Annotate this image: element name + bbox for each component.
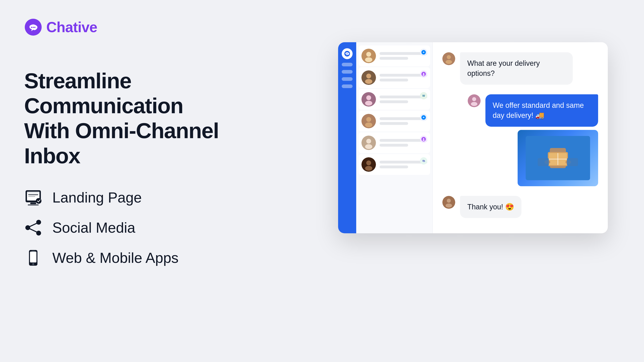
contact-avatar-1: [362, 49, 376, 63]
message-bubble-2: We offer standard and same day delivery!…: [486, 94, 598, 127]
svg-point-23: [347, 53, 348, 54]
svg-rect-63: [567, 158, 578, 166]
message-row-2: We offer standard and same day delivery!…: [442, 94, 598, 186]
logo-icon: [24, 18, 42, 36]
svg-point-14: [36, 231, 41, 236]
contact-line: [380, 100, 408, 103]
contact-line: [380, 166, 408, 168]
contact-line: [380, 122, 408, 125]
svg-point-50: [365, 166, 372, 171]
svg-point-12: [36, 220, 41, 225]
contact-list: W: [356, 42, 433, 233]
svg-point-65: [472, 97, 476, 101]
feature-list: Landing Page Social Media: [24, 188, 236, 267]
svg-rect-7: [30, 203, 36, 204]
contact-badge-shopify: 🛍: [420, 157, 427, 164]
contact-badge-purple: [420, 70, 427, 78]
landing-page-icon: [24, 188, 42, 207]
svg-rect-18: [30, 252, 36, 263]
svg-point-30: [366, 74, 371, 78]
message-bubble-1: What are your delivery options?: [460, 52, 573, 85]
brand-name: Chative: [46, 19, 97, 35]
svg-point-53: [446, 60, 452, 64]
mobile-icon: [24, 249, 42, 267]
sidebar-item-1: [342, 63, 352, 66]
svg-point-46: [423, 138, 424, 139]
svg-point-37: [365, 101, 372, 106]
left-content: Streamline Communication With Omni-Chann…: [24, 68, 236, 267]
sidebar-narrow: [338, 42, 356, 233]
message-row-1: What are your delivery options?: [442, 52, 598, 85]
svg-point-34: [422, 74, 425, 76]
contact-item-2[interactable]: [359, 67, 430, 88]
contact-badge-purple-2: [420, 136, 427, 143]
contact-badge-wordpress: W: [420, 92, 427, 99]
svg-point-44: [365, 144, 372, 149]
contact-badge-messenger-2: [420, 114, 427, 121]
chat-avatar-agent: [468, 94, 480, 107]
feature-landing-label: Landing Page: [52, 189, 142, 206]
feature-social: Social Media: [24, 219, 236, 237]
feature-social-label: Social Media: [52, 219, 135, 236]
svg-point-52: [447, 55, 451, 59]
svg-line-15: [30, 223, 36, 226]
svg-point-26: [366, 52, 371, 57]
svg-point-69: [446, 204, 452, 208]
svg-line-16: [30, 229, 36, 232]
contact-item-4[interactable]: [359, 111, 430, 131]
contact-line: [380, 144, 408, 147]
svg-point-31: [365, 79, 372, 84]
message-col-2: We offer standard and same day delivery!…: [486, 94, 598, 186]
svg-point-33: [423, 73, 424, 74]
sidebar-active-icon: [342, 48, 352, 59]
svg-point-66: [471, 102, 477, 106]
svg-point-49: [366, 160, 371, 165]
contact-avatar-5: [362, 136, 376, 150]
contact-avatar-6: [362, 157, 376, 172]
svg-rect-9: [28, 194, 38, 195]
svg-point-2: [32, 27, 34, 28]
svg-point-24: [348, 53, 348, 54]
message-row-4: Thank you! 😍: [442, 196, 598, 218]
delivery-image: [518, 130, 598, 186]
feature-apps-label: Web & Mobile Apps: [52, 250, 178, 266]
svg-point-68: [447, 199, 451, 203]
contact-avatar-2: [362, 70, 376, 85]
svg-rect-8: [28, 205, 39, 205]
contact-badge-messenger: [420, 49, 427, 56]
logo-area: Chative: [24, 18, 97, 36]
svg-point-39: [366, 117, 371, 122]
contact-item-5[interactable]: [359, 132, 430, 153]
svg-point-22: [346, 53, 347, 54]
chat-avatar-customer2: [442, 196, 455, 209]
chat-panel: What are your delivery options? We offer…: [433, 42, 608, 233]
message-bubble-4: Thank you! 😍: [460, 196, 522, 218]
contact-item-6[interactable]: 🛍: [359, 154, 430, 175]
chat-avatar-customer: [442, 52, 455, 65]
contact-avatar-3: [362, 92, 376, 107]
contact-line: [380, 57, 408, 60]
svg-point-36: [366, 95, 371, 100]
svg-rect-62: [538, 158, 549, 166]
feature-landing: Landing Page: [24, 188, 236, 207]
sidebar-item-3: [342, 77, 352, 81]
contact-item-3[interactable]: W: [359, 89, 430, 110]
feature-apps: Web & Mobile Apps: [24, 249, 236, 267]
sidebar-item-2: [342, 70, 352, 74]
svg-point-19: [32, 263, 34, 265]
chat-mockup: W: [338, 42, 608, 233]
svg-point-47: [422, 140, 425, 141]
contact-item-1[interactable]: [359, 45, 430, 66]
contact-avatar-4: [362, 114, 376, 128]
svg-point-27: [365, 57, 372, 62]
svg-point-13: [25, 225, 30, 230]
headline: Streamline Communication With Omni-Chann…: [24, 68, 236, 168]
contact-line: [380, 79, 408, 81]
svg-point-11: [36, 198, 42, 204]
svg-point-1: [31, 27, 32, 28]
svg-rect-20: [32, 251, 35, 251]
sidebar-item-4: [342, 84, 352, 88]
svg-point-43: [366, 139, 371, 144]
svg-rect-6: [27, 192, 40, 193]
svg-point-40: [365, 122, 372, 127]
